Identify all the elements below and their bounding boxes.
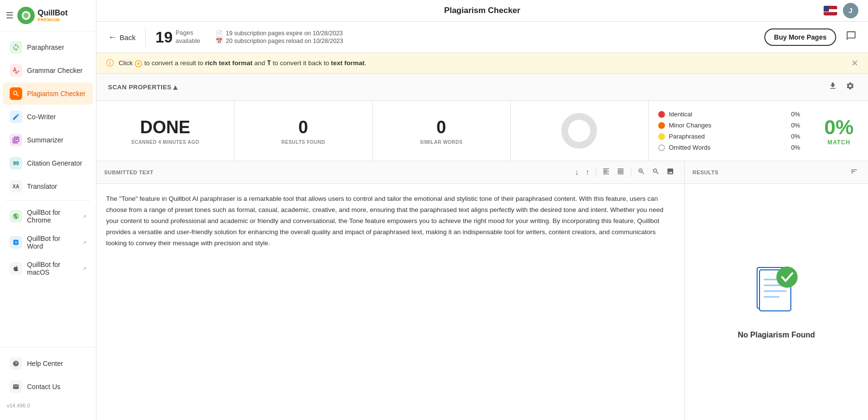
scan-properties-label: SCAN PROPERTIES xyxy=(108,84,172,91)
sidebar-item-quillbot-word[interactable]: QuillBot for Word ↗ xyxy=(3,230,93,255)
sub-expire-text: 19 subscription pages expire on 10/28/20… xyxy=(226,30,343,37)
legend-row-minor-changes: Minor Changes 0% xyxy=(658,122,800,129)
results-found-cell: 0 RESULTS FOUND xyxy=(234,101,372,161)
sub-reload-text: 20 subscription pages reload on 10/28/20… xyxy=(226,38,343,44)
settings-button[interactable] xyxy=(844,80,856,95)
similar-words-number: 0 xyxy=(436,117,446,138)
svg-point-12 xyxy=(776,266,798,288)
pages-info: 19 Pages available xyxy=(155,29,200,45)
scroll-up-button[interactable]: ↑ xyxy=(583,167,592,178)
sidebar-item-co-writer[interactable]: Co-Writer xyxy=(3,106,93,128)
status-text: DONE xyxy=(140,117,190,138)
sidebar-item-translator[interactable]: XA Translator xyxy=(3,175,93,197)
omitted-words-label: Omitted Words xyxy=(669,144,710,151)
sidebar-item-label: Citation Generator xyxy=(27,159,82,167)
similar-words-label: SIMILAR WORDS xyxy=(420,140,463,145)
legend-row-omitted-words: Omitted Words 0% xyxy=(658,144,800,151)
identical-dot xyxy=(658,111,665,118)
sidebar-item-label: Summarizer xyxy=(27,136,63,144)
chat-icon-button[interactable] xyxy=(846,30,856,44)
topbar-right: J xyxy=(824,3,858,18)
toolbar-separator-2 xyxy=(631,168,631,177)
text-panel-toolbar: ↓ ↑ xyxy=(572,166,677,179)
download-button[interactable] xyxy=(827,80,839,95)
omitted-words-dot xyxy=(658,144,665,151)
sidebar-item-citation-generator[interactable]: 99 Citation Generator xyxy=(3,152,93,174)
sidebar-item-label: Grammar Checker xyxy=(27,67,82,74)
image-button[interactable] xyxy=(664,166,677,179)
chart-cell xyxy=(511,101,649,161)
match-cell: 0% MATCH xyxy=(810,101,868,161)
filter-button[interactable] xyxy=(848,166,860,179)
sidebar-item-help-center[interactable]: Help Center xyxy=(3,352,93,375)
match-label: MATCH xyxy=(827,139,850,146)
sidebar-item-quillbot-chrome[interactable]: QuillBot for Chrome ↗ xyxy=(3,204,93,229)
paraphrased-dot xyxy=(658,133,665,140)
svg-point-3 xyxy=(565,116,594,145)
sidebar-item-label: QuillBot for macOS xyxy=(27,261,78,276)
banner-text: Clickto convert a result to rich text fo… xyxy=(119,59,366,67)
sidebar-item-label: Paraphraser xyxy=(27,43,64,51)
align-left-button[interactable] xyxy=(600,166,612,179)
submitted-text-content: The "Tone" feature in Quillbot AI paraph… xyxy=(96,184,684,420)
submitted-text-label: SUBMITTED TEXT xyxy=(104,169,153,175)
pages-label: Pages available xyxy=(176,29,200,45)
topbar: Plagiarism Checker J xyxy=(96,0,868,22)
logo-image xyxy=(17,7,35,24)
donut-chart xyxy=(560,112,598,150)
no-plagiarism-illustration xyxy=(747,265,805,323)
info-icon: ⓘ xyxy=(106,58,114,69)
omitted-words-pct: 0% xyxy=(791,144,800,151)
calendar-icon: 📅 xyxy=(216,38,223,44)
buy-more-pages-button[interactable]: Buy More Pages xyxy=(764,28,836,46)
hamburger-icon[interactable]: ☰ xyxy=(6,10,14,21)
status-cell: DONE SCANNED 4 MINUTES AGO xyxy=(96,101,234,161)
info-banner: ⓘ Clickto convert a result to rich text … xyxy=(96,53,868,74)
close-icon[interactable]: ✕ xyxy=(851,58,858,69)
sidebar-item-contact-us[interactable]: Contact Us xyxy=(3,376,93,398)
results-content: No Plagiarism Found xyxy=(685,184,868,420)
no-plagiarism-text: No Plagiarism Found xyxy=(738,331,815,339)
scroll-down-button[interactable]: ↓ xyxy=(572,167,581,178)
sidebar-item-label: Contact Us xyxy=(27,383,60,391)
text-panel-header: SUBMITTED TEXT ↓ ↑ xyxy=(96,161,684,184)
zoom-in-button[interactable] xyxy=(635,166,648,179)
minor-changes-pct: 0% xyxy=(791,122,800,129)
sidebar-item-label: Translator xyxy=(27,182,57,190)
chevron-up-icon[interactable]: ▲ xyxy=(172,83,179,92)
sidebar-item-paraphraser[interactable]: Paraphraser xyxy=(3,36,93,58)
external-link-icon: ↗ xyxy=(82,240,86,245)
similar-words-cell: 0 SIMILAR WORDS xyxy=(373,101,511,161)
logo-container: QuillBot PREMIUM xyxy=(17,7,68,24)
sidebar-item-label: Plagiarism Checker xyxy=(27,90,85,98)
sidebar-item-summarizer[interactable]: Summarizer xyxy=(3,129,93,151)
identical-pct: 0% xyxy=(791,111,800,118)
sidebar-footer: Help Center Contact Us v14.496.0 xyxy=(0,347,96,420)
subheader: ← Back 19 Pages available 📄 19 subscript… xyxy=(96,22,868,53)
sidebar-item-plagiarism-checker[interactable]: Plagiarism Checker xyxy=(3,83,93,105)
results-label: RESULTS xyxy=(692,169,719,175)
back-label: Back xyxy=(120,33,136,42)
identical-label: Identical xyxy=(669,111,692,118)
toolbar-separator xyxy=(596,168,596,177)
external-link-icon: ↗ xyxy=(82,266,86,271)
content-area: SUBMITTED TEXT ↓ ↑ xyxy=(96,161,868,420)
sidebar-item-quillbot-macos[interactable]: QuillBot for macOS ↗ xyxy=(3,256,93,281)
back-button[interactable]: ← Back xyxy=(108,32,136,42)
results-found-label: RESULTS FOUND xyxy=(281,140,325,145)
match-percentage: 0% xyxy=(824,116,854,139)
logo-text: QuillBot xyxy=(38,9,68,17)
legend-cell: Identical 0% Minor Changes 0% Paraphrase… xyxy=(649,101,810,161)
sidebar-item-grammar-checker[interactable]: Grammar Checker xyxy=(3,59,93,82)
sidebar-item-label: Co-Writer xyxy=(27,113,56,121)
status-sublabel: SCANNED 4 MINUTES AGO xyxy=(131,140,199,145)
scan-prop-actions xyxy=(827,80,856,95)
results-found-number: 0 xyxy=(298,117,308,138)
pages-number: 19 xyxy=(155,29,173,45)
align-justify-button[interactable] xyxy=(614,166,627,179)
zoom-out-button[interactable] xyxy=(650,166,662,179)
document-icon: 📄 xyxy=(216,30,223,37)
sidebar-item-label: QuillBot for Chrome xyxy=(27,209,78,224)
minor-changes-dot xyxy=(658,122,665,129)
legend-row-paraphrased: Paraphrased 0% xyxy=(658,133,800,140)
